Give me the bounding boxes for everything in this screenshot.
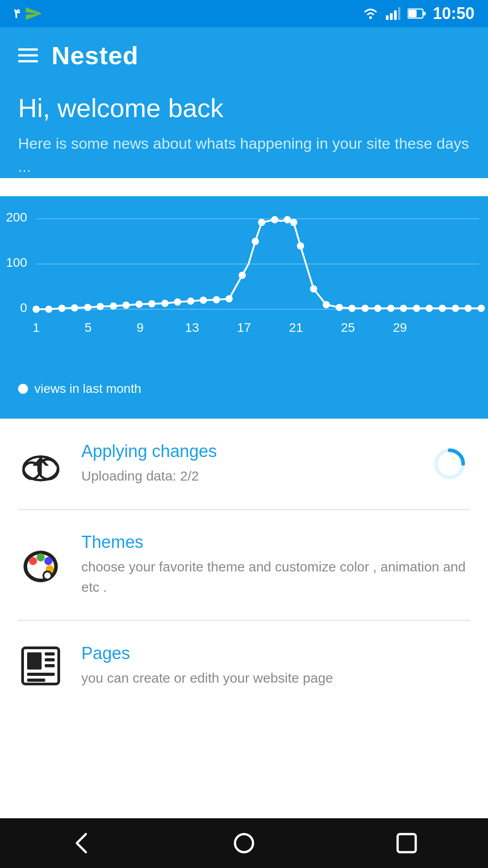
svg-point-37 — [213, 296, 220, 303]
svg-point-44 — [290, 219, 297, 226]
svg-point-54 — [413, 305, 420, 312]
pages-title: Pages — [81, 644, 470, 663]
svg-point-74 — [44, 557, 52, 565]
battery-icon — [408, 8, 426, 19]
svg-text:25: 25 — [341, 321, 355, 335]
svg-point-85 — [235, 834, 253, 852]
svg-text:0: 0 — [20, 301, 27, 315]
cloud-upload-icon — [18, 441, 63, 486]
themes-desc: choose your favorite theme and customize… — [81, 557, 470, 597]
svg-point-39 — [239, 272, 246, 279]
list-item-themes[interactable]: Themes choose your favorite theme and cu… — [0, 510, 488, 620]
pages-text: Pages you can create or edith your websi… — [81, 644, 470, 688]
svg-point-38 — [225, 295, 233, 302]
svg-point-35 — [187, 297, 194, 305]
svg-rect-84 — [27, 679, 45, 682]
svg-point-27 — [84, 304, 91, 311]
paper-plane-icon — [26, 7, 42, 20]
svg-point-32 — [148, 300, 155, 307]
svg-text:29: 29 — [393, 321, 407, 335]
legend-label: views in last month — [34, 382, 141, 396]
recent-button[interactable] — [389, 825, 425, 861]
legend-dot — [18, 384, 28, 394]
chart-container: 200 100 0 1 5 9 13 17 21 25 29 — [0, 196, 488, 419]
svg-point-49 — [348, 305, 356, 312]
svg-point-46 — [310, 285, 317, 292]
back-button[interactable] — [63, 825, 99, 861]
chart-legend: views in last month — [0, 373, 488, 405]
svg-point-77 — [44, 572, 51, 579]
svg-point-33 — [161, 300, 169, 307]
svg-rect-86 — [398, 834, 416, 852]
svg-rect-81 — [45, 658, 55, 661]
svg-point-34 — [174, 298, 181, 306]
themes-text: Themes choose your favorite theme and cu… — [81, 533, 470, 597]
svg-rect-8 — [408, 10, 417, 17]
svg-point-23 — [33, 306, 40, 313]
status-numeral: ۴ — [14, 6, 20, 21]
app-title: Nested — [52, 41, 139, 70]
svg-text:1: 1 — [33, 321, 40, 335]
svg-point-55 — [426, 305, 433, 312]
svg-text:100: 100 — [6, 255, 27, 269]
content-area: Applying changes Uploading data: 2/2 — [0, 419, 488, 711]
svg-point-50 — [361, 305, 369, 312]
svg-point-59 — [478, 305, 485, 312]
svg-point-1 — [369, 16, 372, 19]
hero-section: Hi, welcome back Here is some news about… — [0, 79, 488, 178]
svg-rect-2 — [386, 15, 389, 20]
status-bar-right: 10:50 — [362, 4, 474, 23]
svg-point-58 — [465, 305, 472, 312]
spinner-icon — [432, 446, 468, 482]
svg-point-30 — [122, 302, 130, 309]
svg-point-31 — [136, 301, 143, 308]
svg-point-28 — [97, 303, 104, 310]
pages-desc: you can create or edith your website pag… — [81, 668, 470, 688]
pages-icon — [18, 643, 63, 689]
applying-changes-text: Applying changes Uploading data: 2/2 — [81, 442, 411, 486]
svg-point-57 — [452, 305, 459, 312]
svg-point-41 — [258, 219, 265, 226]
svg-text:5: 5 — [84, 321, 92, 335]
app-header: Nested — [0, 27, 488, 79]
home-button[interactable] — [226, 825, 262, 861]
views-chart: 200 100 0 1 5 9 13 17 21 25 29 — [0, 201, 488, 373]
welcome-subtitle: Here is some news about whats happening … — [18, 132, 470, 178]
applying-changes-spinner — [429, 443, 470, 484]
palette-icon — [18, 542, 63, 588]
wifi-icon — [362, 7, 379, 20]
list-item-applying-changes[interactable]: Applying changes Uploading data: 2/2 — [0, 419, 488, 509]
welcome-title: Hi, welcome back — [18, 93, 470, 123]
svg-rect-4 — [394, 10, 397, 20]
svg-point-43 — [284, 216, 291, 223]
svg-point-24 — [45, 306, 52, 313]
svg-text:9: 9 — [136, 321, 144, 335]
svg-text:13: 13 — [185, 321, 199, 335]
svg-marker-0 — [26, 7, 42, 20]
svg-point-26 — [71, 304, 78, 311]
status-bar-left: ۴ — [14, 6, 42, 21]
svg-point-73 — [37, 553, 45, 561]
svg-point-47 — [323, 301, 330, 308]
status-bar: ۴ 10:50 — [0, 0, 488, 27]
signal-icon — [386, 7, 400, 20]
svg-rect-80 — [45, 652, 55, 656]
svg-point-25 — [58, 305, 66, 312]
menu-button[interactable] — [18, 48, 38, 62]
svg-point-72 — [29, 557, 37, 565]
list-item-pages[interactable]: Pages you can create or edith your websi… — [0, 621, 488, 711]
svg-text:200: 200 — [6, 210, 27, 224]
applying-changes-title: Applying changes — [81, 442, 411, 461]
svg-point-53 — [400, 305, 407, 312]
bottom-navigation — [0, 818, 488, 868]
svg-text:21: 21 — [289, 321, 303, 335]
svg-point-40 — [252, 238, 259, 245]
applying-changes-desc: Uploading data: 2/2 — [81, 466, 411, 486]
svg-point-51 — [374, 305, 381, 312]
svg-point-42 — [271, 216, 278, 223]
themes-title: Themes — [81, 533, 470, 552]
svg-point-45 — [297, 242, 304, 250]
svg-rect-5 — [398, 7, 400, 20]
status-time: 10:50 — [433, 4, 474, 23]
svg-point-36 — [200, 297, 207, 304]
